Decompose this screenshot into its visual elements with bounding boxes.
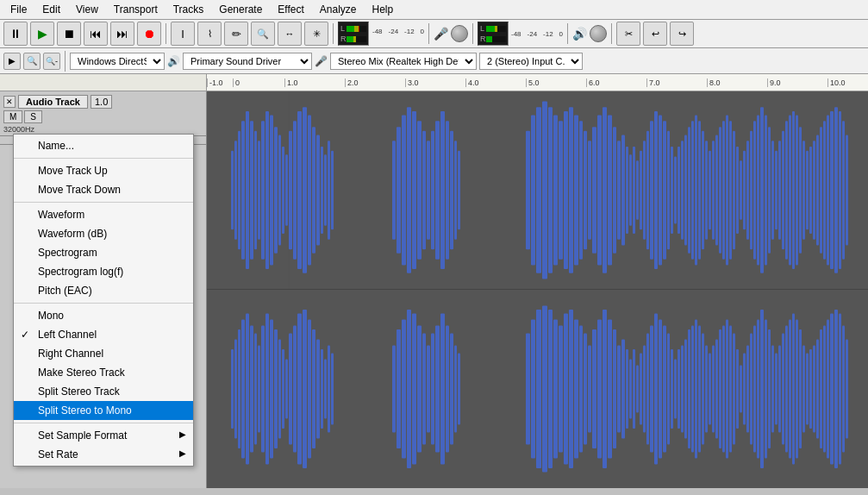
time-shift-tool[interactable]: ↔ — [278, 22, 302, 46]
menu-analyze[interactable]: Analyze — [313, 2, 364, 17]
ctx-move-down[interactable]: Move Track Down — [14, 180, 193, 199]
menu-generate[interactable]: Generate — [212, 2, 269, 17]
zoom-out[interactable]: 🔍- — [43, 53, 60, 70]
track-gain-display: 1.0 — [91, 95, 112, 109]
svg-rect-167 — [458, 354, 460, 425]
svg-rect-160 — [427, 345, 430, 432]
ctx-make-stereo[interactable]: Make Stereo Track — [14, 363, 193, 382]
svg-rect-241 — [813, 345, 815, 432]
skip-back-button[interactable]: ⏮ — [84, 22, 108, 46]
svg-rect-106 — [778, 141, 781, 240]
ruler-tick-0: 0 — [233, 78, 284, 87]
menu-file[interactable]: File — [3, 2, 34, 17]
channels-select[interactable]: 2 (Stereo) Input C... — [479, 53, 583, 70]
play-button[interactable]: ▶ — [30, 22, 54, 46]
svg-rect-200 — [671, 349, 673, 429]
ctx-spectrogram[interactable]: Spectrogram — [14, 243, 193, 262]
menu-help[interactable]: Help — [365, 2, 401, 17]
svg-rect-71 — [654, 111, 658, 269]
svg-rect-137 — [270, 320, 273, 459]
svg-rect-131 — [246, 314, 249, 465]
svg-rect-36 — [431, 131, 434, 249]
svg-rect-108 — [785, 121, 788, 259]
separator-1 — [165, 23, 166, 44]
select-tool[interactable]: I — [171, 22, 195, 46]
svg-rect-93 — [733, 131, 735, 249]
ctx-waveform-db[interactable]: Waveform (dB) — [14, 224, 193, 243]
recording-device-select[interactable]: Stereo Mix (Realtek High Defir... — [330, 53, 477, 70]
svg-rect-43 — [526, 131, 530, 249]
menu-view[interactable]: View — [69, 2, 105, 17]
svg-rect-245 — [827, 320, 829, 459]
svg-rect-173 — [553, 320, 558, 459]
skip-fwd-button[interactable]: ⏭ — [110, 22, 134, 46]
svg-rect-103 — [768, 127, 771, 254]
ruler-tick-4: 4.0 — [465, 78, 526, 87]
svg-rect-183 — [603, 310, 607, 468]
envelope-tool[interactable]: ⌇ — [197, 22, 222, 46]
stop-button[interactable]: ⏹ — [57, 22, 81, 46]
menu-tracks[interactable]: Tracks — [166, 2, 211, 17]
svg-rect-101 — [760, 107, 764, 273]
svg-rect-161 — [431, 334, 434, 445]
zoom-in[interactable]: 🔍 — [23, 53, 41, 70]
menu-transport[interactable]: Transport — [107, 2, 165, 17]
track-close-btn[interactable]: ✕ — [3, 96, 16, 108]
ctx-set-sample-format[interactable]: Set Sample Format ▶ — [14, 426, 193, 445]
ctx-move-up[interactable]: Move Track Up — [14, 161, 193, 180]
svg-rect-234 — [789, 320, 791, 459]
ctx-right-channel[interactable]: Right Channel — [14, 344, 193, 363]
svg-rect-115 — [809, 147, 812, 234]
record-button[interactable]: ⏺ — [137, 22, 161, 46]
svg-rect-62 — [621, 135, 625, 245]
track-name-dropdown[interactable]: Audio Track — [18, 95, 88, 109]
svg-rect-130 — [241, 320, 245, 459]
ctx-sep-4 — [14, 423, 193, 423]
svg-rect-129 — [238, 329, 240, 448]
solo-button[interactable]: S — [24, 110, 42, 123]
ctx-spectrogram-log[interactable]: Spectrogram log(f) — [14, 262, 193, 281]
ctx-left-channel[interactable]: ✓ Left Channel — [14, 325, 193, 344]
svg-rect-244 — [823, 325, 826, 452]
mute-button[interactable]: M — [3, 110, 22, 123]
svg-rect-142 — [289, 334, 292, 445]
svg-rect-13 — [274, 127, 278, 254]
record-monitor[interactable]: ▶ — [3, 53, 21, 70]
ctx-check-left: ✓ — [21, 329, 29, 341]
speaker-icon: 🔊 — [572, 27, 587, 41]
multi-tool[interactable]: ✳ — [304, 22, 328, 46]
undo-button[interactable]: ↩ — [643, 22, 667, 46]
ctx-waveform[interactable]: Waveform — [14, 205, 193, 224]
draw-tool[interactable]: ✏ — [224, 22, 248, 46]
ctx-set-rate[interactable]: Set Rate ▶ — [14, 445, 193, 464]
cut-button[interactable]: ✂ — [616, 22, 640, 46]
pause-button[interactable]: ⏸ — [3, 22, 28, 46]
svg-rect-74 — [667, 131, 670, 249]
svg-rect-242 — [816, 340, 819, 439]
output-volume-knob[interactable] — [590, 25, 607, 42]
menu-effect[interactable]: Effect — [271, 2, 310, 17]
ctx-split-stereo[interactable]: Split Stereo Track — [14, 382, 193, 401]
ctx-mono[interactable]: Mono — [14, 306, 193, 325]
redo-button[interactable]: ↪ — [670, 22, 694, 46]
input-volume-knob[interactable] — [451, 25, 468, 42]
svg-rect-95 — [740, 160, 742, 220]
playback-device-select[interactable]: Primary Sound Driver — [183, 53, 312, 70]
ctx-name[interactable]: Name... — [14, 136, 193, 155]
svg-rect-44 — [531, 115, 535, 265]
audio-host-select[interactable]: Windows DirectS — [70, 53, 165, 70]
menu-edit[interactable]: Edit — [35, 2, 67, 17]
ctx-pitch[interactable]: Pitch (EAC) — [14, 281, 193, 300]
svg-rect-170 — [536, 310, 541, 468]
svg-rect-86 — [709, 151, 711, 230]
ruler-tick-9: 9.0 — [767, 78, 827, 87]
ctx-split-stereo-mono[interactable]: Split Stereo to Mono — [14, 401, 193, 420]
svg-rect-8 — [254, 131, 257, 249]
svg-rect-246 — [830, 314, 834, 465]
zoom-tool[interactable]: 🔍 — [251, 22, 275, 46]
svg-rect-212 — [712, 345, 715, 432]
svg-rect-19 — [297, 111, 302, 269]
separator-4 — [472, 23, 473, 44]
svg-rect-182 — [597, 320, 602, 459]
svg-rect-145 — [303, 310, 307, 468]
